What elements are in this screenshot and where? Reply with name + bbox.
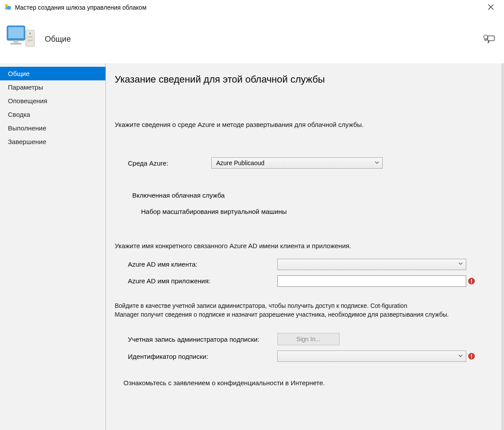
sidebar-item-label: Завершение [8,138,46,145]
subscription-id-dropdown[interactable] [277,351,466,362]
row-app-name: Azure AD имя приложения: [115,275,491,287]
svg-rect-12 [28,40,33,41]
sidebar-item-label: Общие [8,70,29,77]
tenant-name-dropdown[interactable] [277,259,466,270]
admin-intro-line1: Войдите в качестве учетной записи админи… [115,302,491,310]
app-name-label: Azure AD имя приложения: [115,277,277,285]
svg-rect-7 [14,40,19,43]
intro-text: Укажите сведения о среде Azure и методе … [115,120,491,129]
svg-rect-6 [8,27,24,38]
sidebar-item-alerts[interactable]: Оповещения [0,94,105,108]
sidebar: Общие Параметры Оповещения Сводка Выполн… [0,63,106,430]
admin-account-label: Учетная запись администратора подписки: [115,336,277,343]
content: Указание сведений для этой облачной служ… [106,63,504,430]
azure-environment-value: Azure Publicaoud [216,159,265,166]
svg-rect-14 [488,36,494,41]
vm-scale-set-label: Набор масштабирования виртуальной машины [115,208,491,215]
sidebar-item-completion[interactable]: Завершение [0,135,105,148]
title-bar: Мастер создания шлюза управления облаком [0,0,504,15]
row-admin-account: Учетная запись администратора подписки: … [115,333,491,345]
row-subscription-id: Идентификатор подписки: [115,351,491,362]
sidebar-item-parameters[interactable]: Параметры [0,80,105,94]
sidebar-item-summary[interactable]: Сводка [0,108,105,121]
enabled-cloud-service-label: Включенная облачная служба [115,192,491,199]
page-heading: Указание сведений для этой облачной служ… [115,74,491,85]
app-name-input[interactable] [277,275,466,287]
svg-rect-19 [471,354,472,357]
svg-rect-17 [471,282,472,283]
admin-intro-line2: Manager получит сведения о подписке и на… [115,311,491,319]
svg-point-10 [29,33,31,34]
sidebar-item-label: Оповещения [8,97,47,105]
banner-page-name: Общие [45,35,482,44]
privacy-link[interactable]: Ознакомьтесь с заявлением о конфиденциал… [115,379,491,387]
chevron-down-icon [458,261,463,267]
tenant-name-label: Azure AD имя клиента: [115,260,277,268]
azure-environment-dropdown[interactable]: Azure Publicaoud [211,157,383,169]
error-icon [468,353,475,360]
banner: Общие [0,15,504,63]
svg-rect-8 [11,43,22,45]
svg-point-13 [484,35,488,39]
app-icon [4,4,12,11]
svg-rect-16 [471,279,472,282]
subscription-id-label: Идентификатор подписки: [115,353,277,360]
close-button[interactable] [482,3,500,12]
tenant-intro-text: Укажите имя конкретного связанного Azure… [115,242,491,250]
error-icon [468,278,475,285]
window-title: Мастер создания шлюза управления облаком [15,4,482,11]
row-tenant-name: Azure AD имя клиента: [115,259,491,270]
svg-rect-11 [28,36,33,38]
chevron-down-icon [458,353,463,360]
feedback-icon[interactable] [482,33,495,45]
svg-point-1 [7,6,11,10]
svg-point-2 [5,4,8,7]
scrollbar[interactable] [501,63,504,430]
sidebar-item-label: Параметры [8,83,43,91]
row-azure-environment: Среда Azure: Azure Publicaoud [115,157,491,169]
sign-in-label: Sign In... [296,336,320,343]
sign-in-button[interactable]: Sign In... [277,333,340,345]
sidebar-item-progress[interactable]: Выполнение [0,121,105,135]
sidebar-item-label: Выполнение [8,124,46,132]
svg-rect-9 [26,30,34,47]
azure-environment-label: Среда Azure: [128,159,211,167]
sidebar-item-general[interactable]: Общие [0,67,105,80]
sidebar-item-label: Сводка [8,111,30,118]
chevron-down-icon [374,160,380,166]
svg-rect-20 [471,358,472,358]
body: Общие Параметры Оповещения Сводка Выполн… [0,63,504,430]
computer-icon [6,24,37,54]
